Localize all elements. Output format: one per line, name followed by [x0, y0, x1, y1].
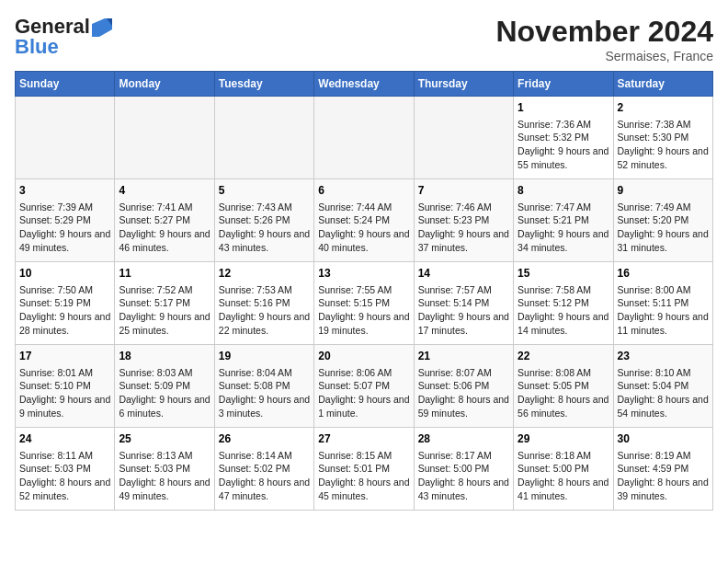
logo-blue: Blue — [15, 35, 59, 59]
day-number: 13 — [318, 266, 409, 282]
day-number: 25 — [119, 431, 210, 447]
day-cell: 19Sunrise: 8:04 AM Sunset: 5:08 PM Dayli… — [214, 345, 313, 428]
day-cell: 6Sunrise: 7:44 AM Sunset: 5:24 PM Daylig… — [314, 179, 414, 262]
day-number: 18 — [119, 349, 210, 364]
day-cell: 17Sunrise: 8:01 AM Sunset: 5:10 PM Dayli… — [16, 345, 115, 428]
day-info: Sunrise: 8:19 AM Sunset: 4:59 PM Dayligh… — [618, 449, 709, 503]
week-row-2: 3Sunrise: 7:39 AM Sunset: 5:29 PM Daylig… — [16, 179, 713, 262]
day-cell: 21Sunrise: 8:07 AM Sunset: 5:06 PM Dayli… — [414, 345, 513, 428]
day-number: 3 — [19, 183, 110, 199]
day-cell: 22Sunrise: 8:08 AM Sunset: 5:05 PM Dayli… — [514, 345, 613, 428]
day-info: Sunrise: 8:08 AM Sunset: 5:05 PM Dayligh… — [518, 366, 609, 420]
col-header-sunday: Sunday — [16, 72, 115, 97]
day-info: Sunrise: 7:36 AM Sunset: 5:32 PM Dayligh… — [518, 118, 609, 172]
day-info: Sunrise: 7:55 AM Sunset: 5:15 PM Dayligh… — [318, 283, 409, 338]
day-number: 21 — [418, 349, 509, 364]
day-cell: 23Sunrise: 8:10 AM Sunset: 5:04 PM Dayli… — [613, 345, 712, 428]
day-cell: 9Sunrise: 7:49 AM Sunset: 5:20 PM Daylig… — [613, 179, 712, 262]
day-number: 26 — [219, 431, 310, 447]
calendar-header-row: SundayMondayTuesdayWednesdayThursdayFrid… — [16, 72, 713, 97]
day-number: 15 — [518, 266, 609, 282]
day-info: Sunrise: 7:38 AM Sunset: 5:30 PM Dayligh… — [618, 118, 709, 172]
day-cell: 2Sunrise: 7:38 AM Sunset: 5:30 PM Daylig… — [613, 97, 712, 179]
day-cell: 13Sunrise: 7:55 AM Sunset: 5:15 PM Dayli… — [314, 262, 414, 345]
location-subtitle: Sermaises, France — [495, 49, 713, 63]
day-number: 27 — [318, 431, 409, 447]
day-info: Sunrise: 8:18 AM Sunset: 5:00 PM Dayligh… — [518, 449, 609, 503]
day-number: 17 — [19, 349, 110, 364]
day-info: Sunrise: 8:17 AM Sunset: 5:00 PM Dayligh… — [418, 449, 509, 503]
day-info: Sunrise: 7:39 AM Sunset: 5:29 PM Dayligh… — [19, 201, 110, 255]
logo: General Blue — [15, 15, 112, 59]
day-info: Sunrise: 7:58 AM Sunset: 5:12 PM Dayligh… — [518, 283, 609, 338]
col-header-thursday: Thursday — [414, 72, 513, 97]
day-cell: 8Sunrise: 7:47 AM Sunset: 5:21 PM Daylig… — [514, 179, 613, 262]
day-number: 12 — [219, 266, 310, 282]
day-cell: 11Sunrise: 7:52 AM Sunset: 5:17 PM Dayli… — [115, 262, 214, 345]
day-number: 6 — [318, 183, 409, 199]
day-info: Sunrise: 7:47 AM Sunset: 5:21 PM Dayligh… — [518, 201, 609, 255]
day-cell: 4Sunrise: 7:41 AM Sunset: 5:27 PM Daylig… — [115, 179, 214, 262]
day-cell: 14Sunrise: 7:57 AM Sunset: 5:14 PM Dayli… — [414, 262, 513, 345]
day-info: Sunrise: 8:13 AM Sunset: 5:03 PM Dayligh… — [119, 449, 210, 503]
day-number: 2 — [618, 100, 709, 116]
day-cell: 27Sunrise: 8:15 AM Sunset: 5:01 PM Dayli… — [314, 428, 414, 511]
day-cell — [115, 97, 214, 179]
logo-bird-icon — [92, 17, 112, 37]
day-cell: 29Sunrise: 8:18 AM Sunset: 5:00 PM Dayli… — [514, 428, 613, 511]
day-number: 29 — [518, 431, 609, 447]
day-info: Sunrise: 7:49 AM Sunset: 5:20 PM Dayligh… — [618, 201, 709, 255]
month-title: November 2024 — [495, 15, 713, 49]
day-number: 10 — [19, 266, 110, 282]
week-row-4: 17Sunrise: 8:01 AM Sunset: 5:10 PM Dayli… — [16, 345, 713, 428]
day-info: Sunrise: 8:00 AM Sunset: 5:11 PM Dayligh… — [618, 283, 709, 338]
day-cell: 16Sunrise: 8:00 AM Sunset: 5:11 PM Dayli… — [613, 262, 712, 345]
day-cell: 28Sunrise: 8:17 AM Sunset: 5:00 PM Dayli… — [414, 428, 513, 511]
col-header-monday: Monday — [115, 72, 214, 97]
day-cell: 3Sunrise: 7:39 AM Sunset: 5:29 PM Daylig… — [16, 179, 115, 262]
day-cell: 25Sunrise: 8:13 AM Sunset: 5:03 PM Dayli… — [115, 428, 214, 511]
day-info: Sunrise: 8:10 AM Sunset: 5:04 PM Dayligh… — [618, 366, 709, 420]
day-info: Sunrise: 7:46 AM Sunset: 5:23 PM Dayligh… — [418, 201, 509, 255]
header-area: General Blue November 2024 Sermaises, Fr… — [15, 15, 713, 63]
day-info: Sunrise: 7:52 AM Sunset: 5:17 PM Dayligh… — [119, 283, 210, 338]
title-area: November 2024 Sermaises, France — [495, 15, 713, 63]
day-cell — [214, 97, 313, 179]
day-number: 23 — [618, 349, 709, 364]
day-number: 4 — [119, 183, 210, 199]
day-number: 19 — [219, 349, 310, 364]
day-number: 14 — [418, 266, 509, 282]
day-cell — [314, 97, 414, 179]
day-number: 16 — [618, 266, 709, 282]
day-info: Sunrise: 7:53 AM Sunset: 5:16 PM Dayligh… — [219, 283, 310, 338]
day-info: Sunrise: 8:03 AM Sunset: 5:09 PM Dayligh… — [119, 366, 210, 420]
day-cell: 30Sunrise: 8:19 AM Sunset: 4:59 PM Dayli… — [613, 428, 712, 511]
day-cell: 26Sunrise: 8:14 AM Sunset: 5:02 PM Dayli… — [214, 428, 313, 511]
day-info: Sunrise: 8:11 AM Sunset: 5:03 PM Dayligh… — [19, 449, 110, 503]
day-number: 20 — [318, 349, 409, 364]
day-info: Sunrise: 7:50 AM Sunset: 5:19 PM Dayligh… — [19, 283, 110, 338]
day-cell: 10Sunrise: 7:50 AM Sunset: 5:19 PM Dayli… — [16, 262, 115, 345]
day-number: 24 — [19, 431, 110, 447]
day-info: Sunrise: 8:06 AM Sunset: 5:07 PM Dayligh… — [318, 366, 409, 420]
col-header-saturday: Saturday — [613, 72, 712, 97]
day-number: 9 — [618, 183, 709, 199]
col-header-wednesday: Wednesday — [314, 72, 414, 97]
week-row-3: 10Sunrise: 7:50 AM Sunset: 5:19 PM Dayli… — [16, 262, 713, 345]
day-number: 1 — [518, 100, 609, 116]
day-info: Sunrise: 7:41 AM Sunset: 5:27 PM Dayligh… — [119, 201, 210, 255]
day-info: Sunrise: 8:04 AM Sunset: 5:08 PM Dayligh… — [219, 366, 310, 420]
day-info: Sunrise: 8:14 AM Sunset: 5:02 PM Dayligh… — [219, 449, 310, 503]
week-row-5: 24Sunrise: 8:11 AM Sunset: 5:03 PM Dayli… — [16, 428, 713, 511]
day-info: Sunrise: 7:43 AM Sunset: 5:26 PM Dayligh… — [219, 201, 310, 255]
day-cell: 18Sunrise: 8:03 AM Sunset: 5:09 PM Dayli… — [115, 345, 214, 428]
week-row-1: 1Sunrise: 7:36 AM Sunset: 5:32 PM Daylig… — [16, 97, 713, 179]
day-cell — [414, 97, 513, 179]
day-number: 8 — [518, 183, 609, 199]
day-cell: 5Sunrise: 7:43 AM Sunset: 5:26 PM Daylig… — [214, 179, 313, 262]
day-cell: 24Sunrise: 8:11 AM Sunset: 5:03 PM Dayli… — [16, 428, 115, 511]
day-number: 5 — [219, 183, 310, 199]
day-info: Sunrise: 8:01 AM Sunset: 5:10 PM Dayligh… — [19, 366, 110, 420]
day-cell: 15Sunrise: 7:58 AM Sunset: 5:12 PM Dayli… — [514, 262, 613, 345]
day-number: 22 — [518, 349, 609, 364]
